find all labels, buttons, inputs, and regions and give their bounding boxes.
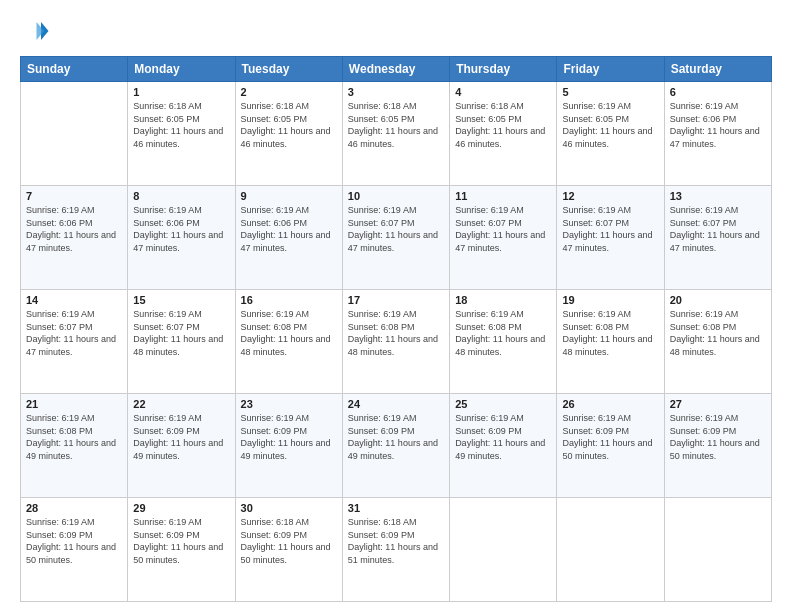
day-number: 25 bbox=[455, 398, 551, 410]
day-info: Sunrise: 6:19 AMSunset: 6:06 PMDaylight:… bbox=[133, 204, 229, 254]
day-info: Sunrise: 6:19 AMSunset: 6:07 PMDaylight:… bbox=[133, 308, 229, 358]
day-info: Sunrise: 6:19 AMSunset: 6:09 PMDaylight:… bbox=[133, 412, 229, 462]
calendar-header-row: SundayMondayTuesdayWednesdayThursdayFrid… bbox=[21, 57, 772, 82]
calendar-cell bbox=[21, 82, 128, 186]
calendar-cell: 1Sunrise: 6:18 AMSunset: 6:05 PMDaylight… bbox=[128, 82, 235, 186]
day-info: Sunrise: 6:19 AMSunset: 6:08 PMDaylight:… bbox=[241, 308, 337, 358]
day-info: Sunrise: 6:19 AMSunset: 6:06 PMDaylight:… bbox=[26, 204, 122, 254]
day-info: Sunrise: 6:19 AMSunset: 6:08 PMDaylight:… bbox=[670, 308, 766, 358]
calendar-cell: 7Sunrise: 6:19 AMSunset: 6:06 PMDaylight… bbox=[21, 186, 128, 290]
calendar-cell: 31Sunrise: 6:18 AMSunset: 6:09 PMDayligh… bbox=[342, 498, 449, 602]
day-info: Sunrise: 6:18 AMSunset: 6:05 PMDaylight:… bbox=[241, 100, 337, 150]
day-number: 6 bbox=[670, 86, 766, 98]
calendar-cell: 26Sunrise: 6:19 AMSunset: 6:09 PMDayligh… bbox=[557, 394, 664, 498]
day-number: 15 bbox=[133, 294, 229, 306]
day-info: Sunrise: 6:19 AMSunset: 6:09 PMDaylight:… bbox=[133, 516, 229, 566]
day-info: Sunrise: 6:19 AMSunset: 6:07 PMDaylight:… bbox=[26, 308, 122, 358]
calendar-cell: 6Sunrise: 6:19 AMSunset: 6:06 PMDaylight… bbox=[664, 82, 771, 186]
calendar-cell: 2Sunrise: 6:18 AMSunset: 6:05 PMDaylight… bbox=[235, 82, 342, 186]
day-number: 19 bbox=[562, 294, 658, 306]
day-info: Sunrise: 6:19 AMSunset: 6:08 PMDaylight:… bbox=[26, 412, 122, 462]
day-number: 10 bbox=[348, 190, 444, 202]
day-number: 12 bbox=[562, 190, 658, 202]
day-header-saturday: Saturday bbox=[664, 57, 771, 82]
day-info: Sunrise: 6:19 AMSunset: 6:09 PMDaylight:… bbox=[455, 412, 551, 462]
day-info: Sunrise: 6:19 AMSunset: 6:08 PMDaylight:… bbox=[455, 308, 551, 358]
week-row-4: 28Sunrise: 6:19 AMSunset: 6:09 PMDayligh… bbox=[21, 498, 772, 602]
day-number: 23 bbox=[241, 398, 337, 410]
calendar-cell bbox=[450, 498, 557, 602]
day-info: Sunrise: 6:19 AMSunset: 6:06 PMDaylight:… bbox=[670, 100, 766, 150]
day-info: Sunrise: 6:19 AMSunset: 6:09 PMDaylight:… bbox=[348, 412, 444, 462]
calendar-cell: 8Sunrise: 6:19 AMSunset: 6:06 PMDaylight… bbox=[128, 186, 235, 290]
calendar-cell: 3Sunrise: 6:18 AMSunset: 6:05 PMDaylight… bbox=[342, 82, 449, 186]
day-info: Sunrise: 6:19 AMSunset: 6:09 PMDaylight:… bbox=[562, 412, 658, 462]
day-number: 26 bbox=[562, 398, 658, 410]
day-number: 21 bbox=[26, 398, 122, 410]
day-number: 4 bbox=[455, 86, 551, 98]
week-row-1: 7Sunrise: 6:19 AMSunset: 6:06 PMDaylight… bbox=[21, 186, 772, 290]
day-info: Sunrise: 6:19 AMSunset: 6:06 PMDaylight:… bbox=[241, 204, 337, 254]
day-info: Sunrise: 6:19 AMSunset: 6:08 PMDaylight:… bbox=[562, 308, 658, 358]
day-number: 29 bbox=[133, 502, 229, 514]
day-info: Sunrise: 6:19 AMSunset: 6:09 PMDaylight:… bbox=[241, 412, 337, 462]
day-number: 7 bbox=[26, 190, 122, 202]
page: SundayMondayTuesdayWednesdayThursdayFrid… bbox=[0, 0, 792, 612]
week-row-0: 1Sunrise: 6:18 AMSunset: 6:05 PMDaylight… bbox=[21, 82, 772, 186]
logo-icon bbox=[20, 16, 50, 46]
calendar-cell: 4Sunrise: 6:18 AMSunset: 6:05 PMDaylight… bbox=[450, 82, 557, 186]
day-info: Sunrise: 6:18 AMSunset: 6:09 PMDaylight:… bbox=[348, 516, 444, 566]
day-number: 14 bbox=[26, 294, 122, 306]
day-info: Sunrise: 6:19 AMSunset: 6:08 PMDaylight:… bbox=[348, 308, 444, 358]
calendar-cell: 19Sunrise: 6:19 AMSunset: 6:08 PMDayligh… bbox=[557, 290, 664, 394]
day-number: 8 bbox=[133, 190, 229, 202]
calendar-cell: 13Sunrise: 6:19 AMSunset: 6:07 PMDayligh… bbox=[664, 186, 771, 290]
day-info: Sunrise: 6:19 AMSunset: 6:07 PMDaylight:… bbox=[670, 204, 766, 254]
day-header-sunday: Sunday bbox=[21, 57, 128, 82]
calendar-cell: 25Sunrise: 6:19 AMSunset: 6:09 PMDayligh… bbox=[450, 394, 557, 498]
day-info: Sunrise: 6:19 AMSunset: 6:09 PMDaylight:… bbox=[670, 412, 766, 462]
calendar-cell: 10Sunrise: 6:19 AMSunset: 6:07 PMDayligh… bbox=[342, 186, 449, 290]
calendar-table: SundayMondayTuesdayWednesdayThursdayFrid… bbox=[20, 56, 772, 602]
day-number: 20 bbox=[670, 294, 766, 306]
calendar-cell: 28Sunrise: 6:19 AMSunset: 6:09 PMDayligh… bbox=[21, 498, 128, 602]
day-info: Sunrise: 6:19 AMSunset: 6:05 PMDaylight:… bbox=[562, 100, 658, 150]
day-header-thursday: Thursday bbox=[450, 57, 557, 82]
day-number: 27 bbox=[670, 398, 766, 410]
calendar-cell: 21Sunrise: 6:19 AMSunset: 6:08 PMDayligh… bbox=[21, 394, 128, 498]
calendar-cell: 9Sunrise: 6:19 AMSunset: 6:06 PMDaylight… bbox=[235, 186, 342, 290]
day-number: 30 bbox=[241, 502, 337, 514]
day-number: 3 bbox=[348, 86, 444, 98]
day-number: 5 bbox=[562, 86, 658, 98]
day-info: Sunrise: 6:18 AMSunset: 6:05 PMDaylight:… bbox=[133, 100, 229, 150]
day-number: 1 bbox=[133, 86, 229, 98]
day-number: 31 bbox=[348, 502, 444, 514]
day-info: Sunrise: 6:19 AMSunset: 6:07 PMDaylight:… bbox=[455, 204, 551, 254]
calendar-cell: 11Sunrise: 6:19 AMSunset: 6:07 PMDayligh… bbox=[450, 186, 557, 290]
calendar-cell: 30Sunrise: 6:18 AMSunset: 6:09 PMDayligh… bbox=[235, 498, 342, 602]
day-info: Sunrise: 6:19 AMSunset: 6:07 PMDaylight:… bbox=[562, 204, 658, 254]
day-info: Sunrise: 6:18 AMSunset: 6:09 PMDaylight:… bbox=[241, 516, 337, 566]
calendar-cell bbox=[664, 498, 771, 602]
day-number: 13 bbox=[670, 190, 766, 202]
calendar-cell: 12Sunrise: 6:19 AMSunset: 6:07 PMDayligh… bbox=[557, 186, 664, 290]
day-number: 9 bbox=[241, 190, 337, 202]
calendar-cell: 29Sunrise: 6:19 AMSunset: 6:09 PMDayligh… bbox=[128, 498, 235, 602]
day-number: 22 bbox=[133, 398, 229, 410]
calendar-cell: 22Sunrise: 6:19 AMSunset: 6:09 PMDayligh… bbox=[128, 394, 235, 498]
day-info: Sunrise: 6:18 AMSunset: 6:05 PMDaylight:… bbox=[348, 100, 444, 150]
day-number: 17 bbox=[348, 294, 444, 306]
calendar-cell: 17Sunrise: 6:19 AMSunset: 6:08 PMDayligh… bbox=[342, 290, 449, 394]
calendar-cell: 16Sunrise: 6:19 AMSunset: 6:08 PMDayligh… bbox=[235, 290, 342, 394]
calendar-cell: 23Sunrise: 6:19 AMSunset: 6:09 PMDayligh… bbox=[235, 394, 342, 498]
day-number: 2 bbox=[241, 86, 337, 98]
calendar-cell bbox=[557, 498, 664, 602]
day-number: 11 bbox=[455, 190, 551, 202]
day-number: 16 bbox=[241, 294, 337, 306]
day-header-friday: Friday bbox=[557, 57, 664, 82]
calendar-cell: 27Sunrise: 6:19 AMSunset: 6:09 PMDayligh… bbox=[664, 394, 771, 498]
logo bbox=[20, 16, 54, 46]
day-header-tuesday: Tuesday bbox=[235, 57, 342, 82]
header bbox=[20, 16, 772, 46]
day-number: 24 bbox=[348, 398, 444, 410]
